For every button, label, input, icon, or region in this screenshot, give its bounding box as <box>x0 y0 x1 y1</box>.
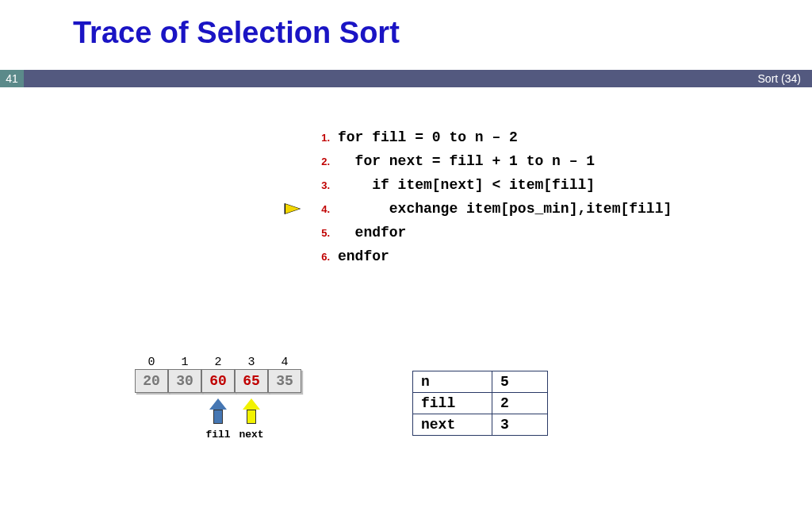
var-name: fill <box>413 393 492 414</box>
var-name: n <box>413 371 492 393</box>
slide-number: 41 <box>0 70 24 87</box>
code-line-text: for fill = 0 to n – 2 <box>338 125 518 149</box>
array-cell: 30 <box>168 369 201 393</box>
array-index-label: 4 <box>268 356 301 369</box>
code-line-text: endfor <box>338 244 389 268</box>
code-line: 5. endfor <box>309 221 672 244</box>
array-visualization: 01234 2030606535 <box>135 356 301 393</box>
array-index-label: 1 <box>168 356 201 369</box>
next-pointer-arrow-icon <box>243 398 260 424</box>
array-index-label: 0 <box>135 356 168 369</box>
code-line-text: endfor <box>338 221 406 244</box>
pseudocode-block: 1.for fill = 0 to n – 22. for next = fil… <box>309 125 672 268</box>
code-line: 6.endfor <box>309 244 672 268</box>
current-line-pointer-icon <box>285 204 300 214</box>
fill-pointer-label: fill <box>201 429 235 441</box>
slide-footer: Sort (34) <box>758 70 801 87</box>
code-line: 3. if item[next] < item[fill] <box>309 173 672 197</box>
var-value: 2 <box>492 393 548 414</box>
code-line-text: if item[next] < item[fill] <box>338 173 595 197</box>
array-cell: 60 <box>201 369 235 393</box>
var-value: 5 <box>492 371 548 393</box>
table-row: next3 <box>413 414 548 436</box>
var-value: 3 <box>492 414 548 436</box>
code-line-number: 3. <box>309 174 338 198</box>
table-row: n5 <box>413 371 548 393</box>
code-line: 4. exchange item[pos_min],item[fill] <box>309 197 672 221</box>
code-line: 2. for next = fill + 1 to n – 1 <box>309 149 672 173</box>
code-line-text: exchange item[pos_min],item[fill] <box>338 197 672 221</box>
array-cell: 20 <box>135 369 168 393</box>
fill-pointer-arrow-icon <box>209 398 227 424</box>
page-title: Trace of Selection Sort <box>73 16 400 50</box>
next-pointer-label: next <box>235 429 268 441</box>
code-line: 1.for fill = 0 to n – 2 <box>309 125 672 149</box>
array-cell: 65 <box>235 369 268 393</box>
code-line-number: 5. <box>309 221 338 245</box>
code-line-number: 1. <box>309 126 338 150</box>
array-cell: 35 <box>268 369 301 393</box>
var-name: next <box>413 414 492 436</box>
array-index-label: 2 <box>201 356 235 369</box>
array-pointer-arrows <box>135 398 301 424</box>
code-line-number: 2. <box>309 150 338 174</box>
code-line-number: 6. <box>309 245 338 269</box>
header-stripe: 41 Sort (34) <box>0 70 812 87</box>
table-row: fill2 <box>413 393 548 414</box>
code-line-text: for next = fill + 1 to n – 1 <box>338 149 595 173</box>
code-line-number: 4. <box>309 198 338 221</box>
array-pointer-labels: fillnext <box>135 429 301 441</box>
array-index-label: 3 <box>235 356 268 369</box>
variables-table: n5fill2next3 <box>412 371 548 436</box>
